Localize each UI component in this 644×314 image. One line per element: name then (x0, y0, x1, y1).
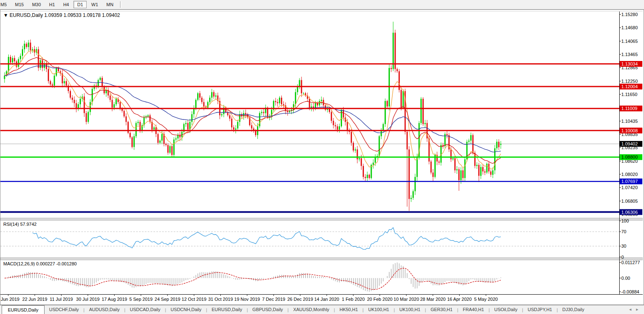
chart-tab-fra40-h1-12[interactable]: FRA40,H1 (458, 305, 488, 314)
svg-text:12 Oct 2019: 12 Oct 2019 (182, 297, 206, 302)
chart-tab-xauusd-monthly-7[interactable]: XAUUSD,Monthly (289, 305, 334, 314)
timeframe-button-m5[interactable]: M5 (0, 1, 10, 8)
svg-text:5 Sep 2019: 5 Sep 2019 (130, 297, 153, 302)
candles-group (4, 22, 502, 211)
ma-lines (5, 51, 501, 169)
rsi-label: RSI(14) 57.9742 (3, 222, 37, 227)
svg-text:0.011277: 0.011277 (621, 260, 640, 265)
chart-tab-eurusd-daily-5[interactable]: EURUSD,Daily (207, 305, 247, 314)
chart-title-text: ▼ EURUSD,Daily 1.09359 1.09533 1.09178 1… (3, 12, 120, 18)
svg-text:30: 30 (621, 244, 626, 248)
svg-text:1.13034: 1.13034 (621, 61, 638, 66)
svg-text:1.14065: 1.14065 (621, 39, 638, 44)
svg-text:1.06306: 1.06306 (621, 210, 638, 215)
svg-text:19 Nov 2019: 19 Nov 2019 (234, 297, 260, 302)
svg-text:1.11009: 1.11009 (621, 106, 637, 111)
svg-text:20 Feb 2020: 20 Feb 2020 (367, 297, 393, 302)
chart-tab-hk50-h1-8[interactable]: HK50,H1 (335, 305, 363, 314)
svg-text:1.10435: 1.10435 (621, 119, 638, 124)
chart-tab-usdjpy-h1-14[interactable]: USDJPY,H1 (523, 305, 557, 314)
svg-text:0: 0 (621, 255, 624, 260)
rsi-pane: RSI(14) 57.9742 (0, 222, 619, 249)
timeframe-button-h1[interactable]: H1 (45, 1, 59, 8)
svg-text:22 Jun 2019: 22 Jun 2019 (22, 297, 47, 302)
timeframe-button-m15[interactable]: M15 (11, 1, 27, 8)
svg-text:30 Jul 2019: 30 Jul 2019 (76, 297, 100, 302)
ma-line-fast (5, 51, 501, 169)
timeframe-toolbar: M5M15M30H1H4D1W1MN (0, 0, 644, 9)
price-axis: 1.152801.146801.140651.134651.128651.122… (619, 12, 638, 294)
svg-text:1.08020: 1.08020 (621, 172, 638, 177)
svg-text:-0.00884: -0.00884 (621, 289, 639, 294)
date-axis: 4 Jun 201922 Jun 201911 Jul 201930 Jul 2… (0, 295, 643, 302)
chart-tab-usdchf-daily-1[interactable]: USDCHF,Daily (45, 305, 83, 314)
toolbar-separator (120, 1, 121, 8)
svg-text:26 Dec 2019: 26 Dec 2019 (287, 297, 313, 302)
svg-text:14 Jan 2020: 14 Jan 2020 (314, 297, 340, 302)
svg-text:24 Sep 2019: 24 Sep 2019 (155, 297, 180, 302)
svg-text:70: 70 (621, 229, 626, 234)
svg-text:16 Apr 2020: 16 Apr 2020 (447, 297, 472, 302)
chart-tab-audusd-daily-2[interactable]: AUDUSD,Daily (85, 305, 124, 314)
svg-text:1.10008: 1.10008 (621, 128, 638, 133)
chart-tab-gbpusd-daily-6[interactable]: GBPUSD,Daily (248, 305, 288, 314)
svg-text:31 Oct 2019: 31 Oct 2019 (208, 297, 233, 302)
chart-tab-eurusd-daily-0[interactable]: EURUSD,Daily (2, 305, 45, 314)
timeframe-button-w1[interactable]: W1 (87, 1, 102, 8)
chart-tabbar: EURUSD,DailyUSDCHF,Daily|AUDUSD,Daily|US… (0, 305, 644, 314)
chart-window: RSI(14) 57.9742MACD(12,26,9) 0.000227 -0… (0, 9, 644, 305)
svg-text:1 Feb 2020: 1 Feb 2020 (342, 297, 365, 302)
macd-signal-line (5, 268, 501, 290)
svg-text:10 Mar 2020: 10 Mar 2020 (394, 297, 419, 302)
tab-scroll-left-icon[interactable]: ◄ (627, 307, 634, 312)
macd-axis: 0.0112770.00-0.00884 (619, 260, 640, 294)
ma-line-medium (5, 57, 501, 163)
svg-text:1.13465: 1.13465 (621, 52, 638, 57)
svg-text:0.00: 0.00 (621, 276, 630, 281)
svg-text:1.14680: 1.14680 (621, 25, 638, 30)
svg-text:5 May 2020: 5 May 2020 (474, 297, 498, 302)
svg-text:28 Mar 2020: 28 Mar 2020 (420, 297, 446, 302)
tab-scroll-buttons: ◄► (627, 307, 641, 312)
chart-tab-usoil-daily-13[interactable]: USOil,Daily (490, 305, 522, 314)
svg-text:17 Aug 2019: 17 Aug 2019 (101, 297, 127, 302)
svg-text:1.09402: 1.09402 (621, 141, 638, 146)
svg-text:1.11650: 1.11650 (621, 92, 637, 97)
rsi-axis: 10070300 (619, 218, 629, 260)
svg-text:1.08800: 1.08800 (621, 155, 638, 159)
chart-tab-uk100-h1-10[interactable]: UK100,H1 (395, 305, 425, 314)
price-badges: 1.130341.120041.110091.100081.088001.076… (620, 61, 642, 215)
svg-text:1.12004: 1.12004 (621, 84, 638, 89)
svg-text:100: 100 (621, 218, 629, 223)
timeframe-button-m30[interactable]: M30 (28, 1, 45, 8)
chart-tab-usdcad-daily-3[interactable]: USDCAD,Daily (125, 305, 165, 314)
svg-text:4 Jun 2019: 4 Jun 2019 (0, 297, 19, 302)
svg-text:7 Dec 2019: 7 Dec 2019 (262, 297, 285, 302)
chart-title: ▼ EURUSD,Daily 1.09359 1.09533 1.09178 1… (3, 12, 120, 18)
timeframe-button-h4[interactable]: H4 (59, 1, 73, 8)
chart-tab-usdcnh-daily-4[interactable]: USDCNH,Daily (166, 305, 206, 314)
svg-text:1.15280: 1.15280 (621, 12, 638, 17)
chart-tab-ger30-h1-11[interactable]: GER30,H1 (426, 305, 457, 314)
svg-text:11 Jul 2019: 11 Jul 2019 (50, 297, 73, 302)
svg-text:1.12250: 1.12250 (621, 79, 638, 84)
svg-text:1.07420: 1.07420 (621, 185, 638, 190)
timeframe-button-mn[interactable]: MN (103, 1, 117, 8)
horizontal-levels[interactable] (0, 64, 619, 212)
svg-text:1.07697: 1.07697 (621, 179, 638, 184)
chart-tab-dj30-daily-15[interactable]: DJ30,Daily (558, 305, 589, 314)
tab-scroll-right-icon[interactable]: ► (634, 307, 641, 312)
macd-pane: MACD(12,26,9) 0.000227 -0.001280 (3, 261, 501, 292)
timeframe-button-d1[interactable]: D1 (73, 1, 87, 8)
chart-svg[interactable]: RSI(14) 57.9742MACD(12,26,9) 0.000227 -0… (0, 10, 643, 304)
macd-label: MACD(12,26,9) 0.000227 -0.001280 (3, 261, 77, 266)
chart-tab-uk100-h1-9[interactable]: UK100,H1 (363, 305, 394, 314)
svg-text:1.06805: 1.06805 (621, 199, 638, 204)
